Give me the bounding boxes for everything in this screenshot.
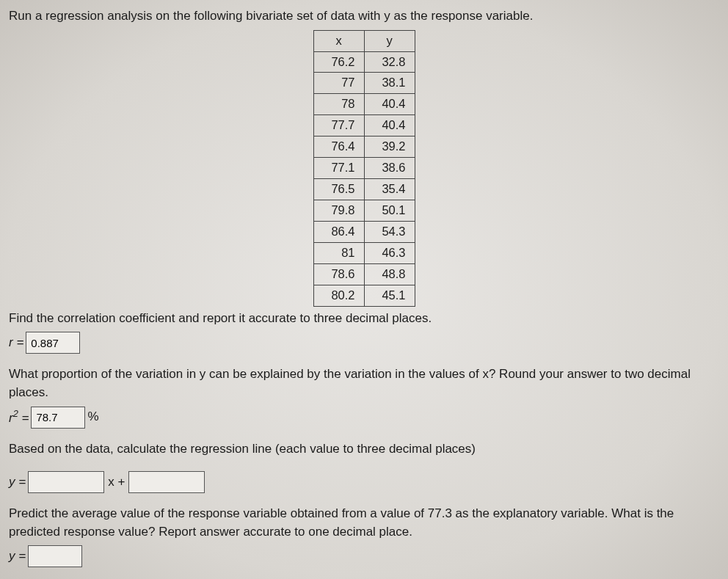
percent-label: % [87,408,98,426]
slope-input[interactable] [28,471,104,493]
cell-y: 54.3 [364,221,415,242]
table-row: 80.245.1 [313,285,415,306]
table-row: 7738.1 [313,73,415,94]
y-eq-label-1: y = [9,473,26,492]
cell-x: 76.5 [313,179,364,200]
cell-x: 78.6 [313,263,364,285]
r2-label: r2 = [9,407,29,427]
q4-prompt: Predict the average value of the respons… [9,505,719,541]
table-row: 78.648.8 [313,263,415,285]
cell-x: 77 [313,73,364,94]
cell-y: 48.8 [364,263,415,285]
r2-input[interactable] [31,407,85,429]
cell-x: 81 [313,242,364,263]
cell-x: 77.7 [313,115,364,136]
table-row: 79.850.1 [313,200,415,222]
cell-y: 40.4 [364,94,415,115]
x-plus-label: x + [108,473,125,492]
r-label: r = [9,334,23,352]
cell-x: 76.4 [313,136,364,158]
cell-y: 32.8 [364,51,415,73]
table-row: 76.535.4 [313,179,415,200]
cell-x: 76.2 [313,51,364,73]
q2-prompt: What proportion of the variation in y ca… [9,365,719,401]
r-input[interactable] [26,332,80,354]
cell-y: 38.1 [364,73,415,94]
col-header-x: x [313,30,364,51]
cell-x: 78 [313,94,364,115]
cell-x: 80.2 [313,285,364,306]
cell-y: 50.1 [364,200,415,222]
cell-x: 77.1 [313,158,364,179]
cell-x: 86.4 [313,221,364,242]
data-table: x y 76.232.87738.17840.477.740.476.439.2… [313,30,415,307]
cell-y: 39.2 [364,136,415,158]
cell-y: 35.4 [364,179,415,200]
cell-y: 45.1 [364,285,415,306]
intro-text: Run a regression analysis on the followi… [9,7,719,26]
q1-answer-row: r = [9,332,719,354]
table-row: 7840.4 [313,94,415,115]
table-row: 86.454.3 [313,221,415,242]
cell-y: 38.6 [364,158,415,179]
col-header-y: y [364,30,415,51]
q2-answer-row: r2 = % [9,407,719,429]
table-row: 76.439.2 [313,136,415,158]
q1-prompt: Find the correlation coefficient and rep… [9,310,719,328]
q4-answer-row: y = [9,545,719,567]
q3-answer-row: y = x + [9,471,719,493]
cell-x: 79.8 [313,200,364,222]
q3-prompt: Based on the data, calculate the regress… [9,440,719,459]
table-row: 77.138.6 [313,158,415,179]
table-row: 8146.3 [313,242,415,263]
table-row: 76.232.8 [313,51,415,73]
predict-input[interactable] [28,545,82,567]
cell-y: 46.3 [364,242,415,263]
cell-y: 40.4 [364,115,415,136]
intercept-input[interactable] [128,471,205,493]
table-row: 77.740.4 [313,115,415,136]
y-eq-label-2: y = [9,547,26,566]
